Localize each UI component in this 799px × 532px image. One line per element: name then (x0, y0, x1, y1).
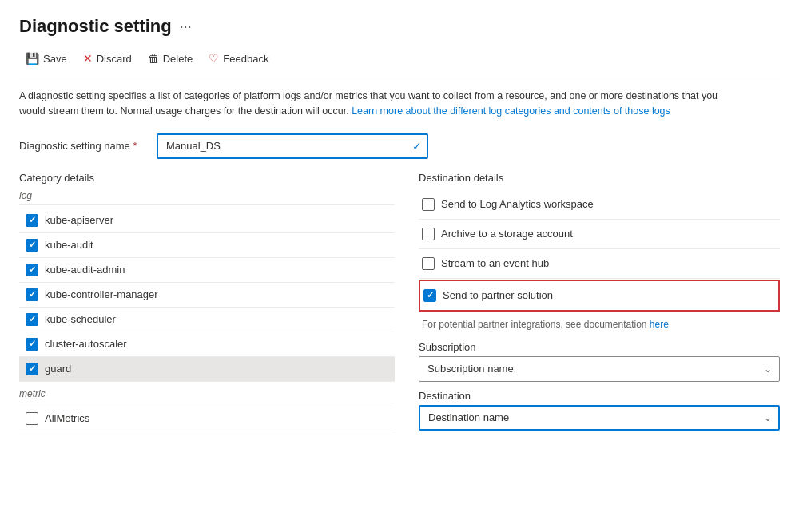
log-items-list: kube-apiserverkube-auditkube-audit-admin… (19, 208, 395, 382)
destination-details-section: Destination details Send to Log Analytic… (411, 172, 780, 431)
log-item-guard[interactable]: guard (19, 357, 395, 382)
destination-group: Destination Destination name ⌄ (419, 390, 780, 431)
metric-section-label: metric (19, 388, 395, 403)
label-guard: guard (45, 363, 71, 375)
label-log-analytics: Send to Log Analytics workspace (441, 198, 594, 210)
checkbox-log-analytics[interactable] (422, 198, 435, 211)
destination-items-list: Send to Log Analytics workspaceArchive t… (419, 190, 780, 279)
main-content: Category details log kube-apiserverkube-… (19, 172, 780, 436)
description-text: A diagnostic setting specifies a list of… (19, 89, 738, 119)
partner-solution-checkbox[interactable] (423, 289, 436, 302)
log-item-kube-controller-manager[interactable]: kube-controller-manager (19, 283, 395, 308)
log-item-kube-apiserver[interactable]: kube-apiserver (19, 208, 395, 233)
setting-name-row: Diagnostic setting name * ✓ (19, 133, 780, 159)
destination-details-title: Destination details (419, 172, 780, 184)
destination-dropdown[interactable]: Destination name (419, 405, 780, 431)
feedback-button[interactable]: ♡ Feedback (202, 48, 275, 69)
checkbox-kube-apiserver[interactable] (26, 214, 38, 227)
delete-icon: 🗑 (148, 52, 159, 65)
setting-name-input-wrapper: ✓ (157, 133, 428, 159)
page-header: Diagnostic setting ··· (19, 16, 780, 37)
log-section-label: log (19, 190, 395, 205)
log-item-kube-audit[interactable]: kube-audit (19, 233, 395, 258)
delete-label: Delete (163, 53, 193, 65)
label-cluster-autoscaler: cluster-autoscaler (45, 338, 127, 350)
label-kube-controller-manager: kube-controller-manager (45, 288, 158, 300)
category-details-title: Category details (19, 172, 395, 184)
checkbox-event-hub[interactable] (422, 257, 435, 270)
category-details-section: Category details log kube-apiserverkube-… (19, 172, 411, 436)
checkbox-kube-audit-admin[interactable] (26, 264, 38, 276)
delete-button[interactable]: 🗑 Delete (141, 48, 200, 69)
checkbox-kube-scheduler[interactable] (26, 313, 38, 326)
checkbox-kube-controller-manager[interactable] (26, 288, 38, 301)
checkbox-kube-audit[interactable] (26, 239, 38, 252)
checkbox-guard[interactable] (26, 363, 38, 375)
subscription-label: Subscription (419, 341, 780, 353)
metric-item-allmetrics[interactable]: AllMetrics (19, 407, 395, 431)
setting-name-label: Diagnostic setting name * (19, 140, 147, 152)
destination-dropdown-wrapper: Destination name ⌄ (419, 405, 780, 431)
setting-name-input[interactable] (157, 133, 428, 159)
page-title: Diagnostic setting (19, 16, 172, 37)
discard-label: Discard (97, 53, 132, 65)
partner-info: For potential partner integrations, see … (419, 312, 780, 333)
partner-solution-row[interactable]: Send to partner solution (419, 280, 780, 312)
subscription-dropdown-wrapper: Subscription name ⌄ (419, 356, 780, 382)
toolbar: 💾 Save ✕ Discard 🗑 Delete ♡ Feedback (19, 48, 780, 77)
label-allmetrics: AllMetrics (45, 412, 89, 424)
label-kube-audit: kube-audit (45, 239, 93, 251)
label-kube-apiserver: kube-apiserver (45, 214, 113, 226)
discard-icon: ✕ (83, 52, 93, 65)
label-storage-account: Archive to a storage account (441, 228, 573, 240)
partner-solution-label: Send to partner solution (443, 289, 553, 301)
checkbox-allmetrics[interactable] (26, 412, 38, 425)
more-options-icon[interactable]: ··· (180, 18, 192, 35)
dest-item-storage-account[interactable]: Archive to a storage account (419, 220, 780, 249)
partner-doc-link[interactable]: here (650, 319, 669, 330)
feedback-label: Feedback (223, 53, 268, 65)
label-event-hub: Stream to an event hub (441, 257, 549, 269)
metric-items-list: AllMetrics (19, 407, 395, 431)
log-item-kube-scheduler[interactable]: kube-scheduler (19, 308, 395, 332)
required-indicator: * (133, 140, 137, 152)
feedback-icon: ♡ (209, 52, 219, 65)
checkbox-storage-account[interactable] (422, 228, 435, 240)
save-icon: 💾 (26, 52, 39, 65)
dest-item-event-hub[interactable]: Stream to an event hub (419, 249, 780, 279)
dest-item-log-analytics[interactable]: Send to Log Analytics workspace (419, 190, 780, 220)
label-kube-audit-admin: kube-audit-admin (45, 264, 125, 276)
label-kube-scheduler: kube-scheduler (45, 313, 116, 325)
log-section: log kube-apiserverkube-auditkube-audit-a… (19, 190, 395, 431)
subscription-dropdown[interactable]: Subscription name (419, 356, 780, 382)
input-check-icon: ✓ (412, 140, 422, 153)
save-label: Save (43, 53, 67, 65)
description-link[interactable]: Learn more about the different log categ… (352, 105, 670, 117)
destination-label: Destination (419, 390, 780, 402)
log-item-kube-audit-admin[interactable]: kube-audit-admin (19, 258, 395, 283)
save-button[interactable]: 💾 Save (19, 48, 74, 69)
subscription-group: Subscription Subscription name ⌄ (419, 341, 780, 382)
discard-button[interactable]: ✕ Discard (77, 48, 138, 69)
log-item-cluster-autoscaler[interactable]: cluster-autoscaler (19, 332, 395, 357)
checkbox-cluster-autoscaler[interactable] (26, 338, 38, 351)
